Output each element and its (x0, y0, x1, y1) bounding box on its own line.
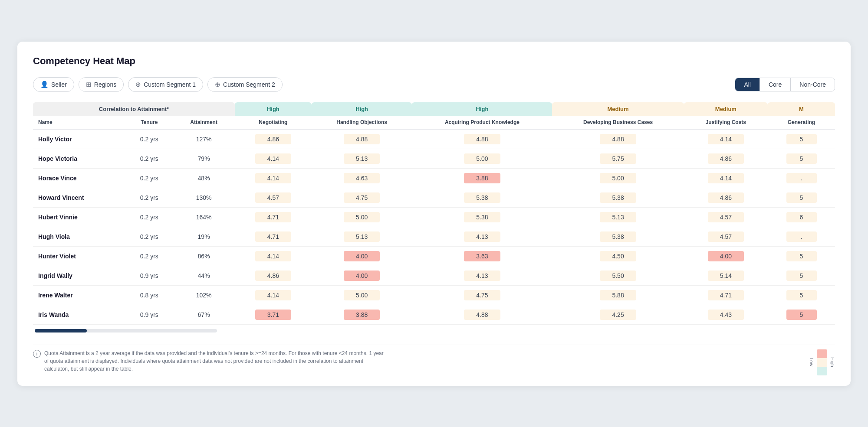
cell-0-7: 4.14 (684, 129, 768, 149)
custom-segment2-label: Custom Segment 2 (223, 81, 275, 88)
cell-6-7: 4.00 (684, 246, 768, 266)
cell-3-4: 4.75 (312, 188, 412, 207)
cell-1-7: 4.86 (684, 149, 768, 168)
cell-5-5: 4.13 (412, 227, 552, 246)
cell-6-4: 4.00 (312, 246, 412, 266)
cell-9-1: 0.9 yrs (125, 305, 173, 324)
cell-3-5: 5.38 (412, 188, 552, 207)
cell-8-1: 0.8 yrs (125, 285, 173, 305)
person-icon: 👤 (40, 81, 49, 88)
seller-label: Seller (51, 81, 67, 88)
segment-icon-2: ⊕ (215, 81, 220, 88)
table-body: Holly Victor0.2 yrs127%4.864.884.884.884… (33, 129, 835, 325)
name-col-header: Name (33, 116, 125, 129)
toolbar: 👤 Seller ⊞ Regions ⊕ Custom Segment 1 ⊕ … (33, 77, 835, 92)
toggle-all-button[interactable]: All (735, 78, 760, 91)
cell-7-1: 0.9 yrs (125, 266, 173, 285)
cell-0-0: Holly Victor (33, 129, 125, 149)
scroll-bar[interactable] (35, 329, 217, 332)
header-row-1: Correlation to Attainment* High High Hig… (33, 102, 835, 116)
cell-2-2: 48% (173, 168, 235, 188)
cell-1-8: 5 (768, 149, 835, 168)
col1-level1-header: High (235, 102, 312, 116)
cell-5-8: . (768, 227, 835, 246)
legend-bar (817, 349, 827, 375)
cell-8-5: 4.75 (412, 285, 552, 305)
cell-5-1: 0.2 yrs (125, 227, 173, 246)
cell-9-4: 3.88 (312, 305, 412, 324)
cell-3-6: 5.38 (552, 188, 684, 207)
cell-6-2: 86% (173, 246, 235, 266)
cell-3-0: Howard Vincent (33, 188, 125, 207)
cell-0-8: 5 (768, 129, 835, 149)
cell-3-3: 4.57 (235, 188, 312, 207)
col2-header: Handling Objections (312, 116, 412, 129)
legend-low-label: Low (809, 358, 814, 366)
seller-filter-button[interactable]: 👤 Seller (33, 77, 74, 92)
cell-0-4: 4.88 (312, 129, 412, 149)
cell-2-8: . (768, 168, 835, 188)
cell-2-3: 4.14 (235, 168, 312, 188)
cell-4-1: 0.2 yrs (125, 207, 173, 227)
cell-5-3: 4.71 (235, 227, 312, 246)
cell-8-7: 4.71 (684, 285, 768, 305)
col1-header: Negotiating (235, 116, 312, 129)
cell-3-7: 4.86 (684, 188, 768, 207)
cell-0-6: 4.88 (552, 129, 684, 149)
attainment-col-header: Attainment (173, 116, 235, 129)
col6-level1-header: M (768, 102, 835, 116)
tenure-col-header: Tenure (125, 116, 173, 129)
cell-7-5: 4.13 (412, 266, 552, 285)
cell-8-2: 102% (173, 285, 235, 305)
toggle-core-button[interactable]: Core (760, 78, 791, 91)
cell-3-1: 0.2 yrs (125, 188, 173, 207)
header-row-2: Name Tenure Attainment Negotiating Handl… (33, 116, 835, 129)
cell-7-4: 4.00 (312, 266, 412, 285)
cell-6-5: 3.63 (412, 246, 552, 266)
cell-6-8: 5 (768, 246, 835, 266)
cell-2-6: 5.00 (552, 168, 684, 188)
custom-segment1-filter-button[interactable]: ⊕ Custom Segment 1 (128, 77, 203, 92)
cell-8-4: 5.00 (312, 285, 412, 305)
regions-filter-button[interactable]: ⊞ Regions (79, 77, 124, 92)
scroll-bar-thumb (35, 329, 87, 332)
table-row: Howard Vincent0.2 yrs130%4.574.755.385.3… (33, 188, 835, 207)
legend-high-label: High (830, 357, 835, 367)
cell-2-5: 3.88 (412, 168, 552, 188)
cell-4-2: 164% (173, 207, 235, 227)
cell-5-0: Hugh Viola (33, 227, 125, 246)
cell-9-8: 5 (768, 305, 835, 324)
table-row: Hubert Vinnie0.2 yrs164%4.715.005.385.13… (33, 207, 835, 227)
table-row: Irene Walter0.8 yrs102%4.145.004.755.884… (33, 285, 835, 305)
cell-0-2: 127% (173, 129, 235, 149)
cell-1-4: 5.13 (312, 149, 412, 168)
cell-2-1: 0.2 yrs (125, 168, 173, 188)
cell-6-0: Hunter Violet (33, 246, 125, 266)
grid-icon: ⊞ (86, 81, 92, 88)
cell-1-6: 5.75 (552, 149, 684, 168)
cell-1-3: 4.14 (235, 149, 312, 168)
custom-segment2-filter-button[interactable]: ⊕ Custom Segment 2 (207, 77, 283, 92)
col4-level1-header: Medium (552, 102, 684, 116)
table-row: Horace Vince0.2 yrs48%4.144.633.885.004.… (33, 168, 835, 188)
cell-6-6: 4.50 (552, 246, 684, 266)
legend-bar-high (817, 367, 827, 375)
footer: i Quota Attainment is a 2 year average i… (33, 345, 835, 375)
cell-4-6: 5.13 (552, 207, 684, 227)
table-wrapper: Correlation to Attainment* High High Hig… (33, 102, 835, 337)
cell-4-8: 6 (768, 207, 835, 227)
page-title: Competency Heat Map (33, 55, 835, 67)
table-row: Hugh Viola0.2 yrs19%4.715.134.135.384.57… (33, 227, 835, 246)
col3-header: Acquiring Product Knowledge (412, 116, 552, 129)
cell-7-7: 5.14 (684, 266, 768, 285)
legend-bar-low (817, 349, 827, 358)
toggle-noncore-button[interactable]: Non-Core (791, 78, 835, 91)
cell-9-5: 4.88 (412, 305, 552, 324)
regions-label: Regions (94, 81, 116, 88)
cell-5-7: 4.57 (684, 227, 768, 246)
footnote-text: Quota Attainment is a 2 year average if … (44, 349, 389, 373)
cell-5-6: 5.38 (552, 227, 684, 246)
table-row: Ingrid Wally0.9 yrs44%4.864.004.135.505.… (33, 266, 835, 285)
table-row: Holly Victor0.2 yrs127%4.864.884.884.884… (33, 129, 835, 149)
cell-0-5: 4.88 (412, 129, 552, 149)
